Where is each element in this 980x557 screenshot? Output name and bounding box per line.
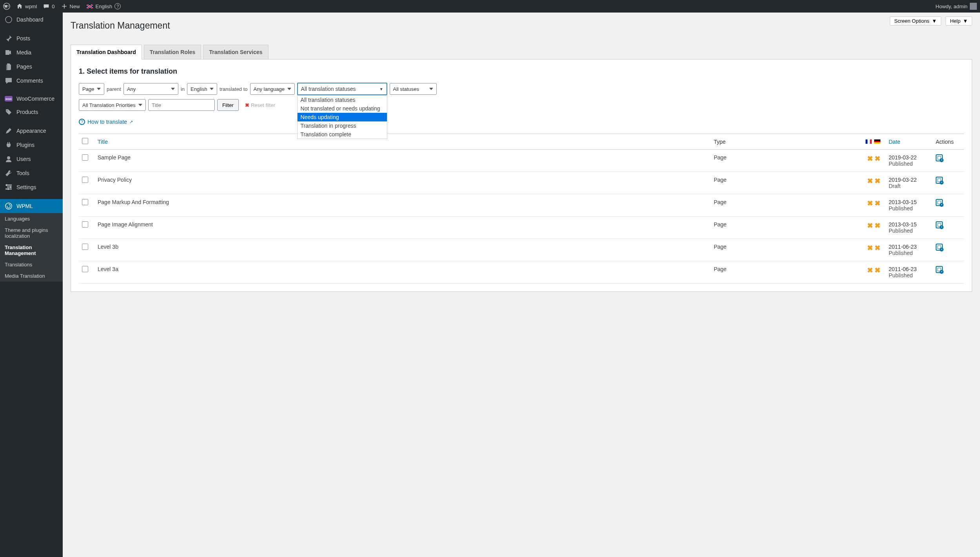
col-type: Type <box>711 134 862 150</box>
status-option[interactable]: Needs updating <box>298 113 387 121</box>
fr-translation-status-icon[interactable]: ✖ <box>866 222 874 230</box>
sidebar-item-comments[interactable]: Comments <box>0 74 63 88</box>
row-checkbox[interactable] <box>82 244 88 250</box>
row-status: Published <box>889 250 929 256</box>
fr-translation-status-icon[interactable]: ✖ <box>866 177 874 185</box>
row-date: 2013-03-15 <box>889 221 929 228</box>
de-translation-status-icon[interactable]: ✖ <box>874 199 881 207</box>
pin-icon <box>5 34 13 42</box>
row-checkbox[interactable] <box>82 221 88 228</box>
row-date: 2019-03-22 <box>889 154 929 161</box>
language-switcher[interactable]: English ? <box>86 3 121 9</box>
sidebar-item-woocommerce[interactable]: woo WooCommerce <box>0 92 63 105</box>
tab-translation-dashboard[interactable]: Translation Dashboard <box>71 45 142 60</box>
help-circle-icon: ? <box>114 3 121 9</box>
comments-link[interactable]: 0 <box>43 3 54 9</box>
sidebar-item-tools[interactable]: Tools <box>0 166 63 180</box>
status-option[interactable]: Translation in progress <box>298 121 387 130</box>
screen-options-button[interactable]: Screen Options ▼ <box>890 16 941 25</box>
new-content-link[interactable]: New <box>61 3 80 9</box>
de-translation-status-icon[interactable]: ✖ <box>874 266 881 274</box>
sidebar-sub-languages[interactable]: Languages <box>0 213 63 224</box>
fr-translation-status-icon[interactable]: ✖ <box>866 244 874 252</box>
fr-translation-status-icon[interactable]: ✖ <box>866 155 874 163</box>
wp-logo-icon[interactable] <box>3 3 10 10</box>
post-type-select[interactable]: Page <box>79 83 104 95</box>
greeting-text: Howdy, admin <box>936 4 967 9</box>
status-option[interactable]: Not translated or needs updating <box>298 104 387 113</box>
sidebar-item-users[interactable]: Users <box>0 152 63 166</box>
title-search-input[interactable] <box>148 99 215 111</box>
how-to-translate-link[interactable]: ? How to translate ↗ <box>79 119 133 125</box>
row-checkbox[interactable] <box>82 199 88 205</box>
fr-translation-status-icon[interactable]: ✖ <box>866 266 874 274</box>
settings-icon <box>5 183 13 191</box>
sidebar-item-products[interactable]: Products <box>0 105 63 119</box>
row-type: Page <box>711 194 862 217</box>
de-translation-status-icon[interactable]: ✖ <box>874 155 881 163</box>
source-language-select[interactable]: English <box>187 83 217 95</box>
select-all-checkbox[interactable] <box>82 138 88 144</box>
priority-select[interactable]: All Translation Priorities <box>79 99 146 111</box>
filter-button[interactable]: Filter <box>217 99 239 111</box>
publish-status-select[interactable]: All statuses <box>390 83 437 95</box>
chevron-down-icon: ▼ <box>376 87 387 91</box>
tools-icon <box>5 169 13 177</box>
sidebar-item-label: Comments <box>16 78 43 84</box>
de-translation-status-icon[interactable]: ✖ <box>874 177 881 185</box>
sidebar-item-dashboard[interactable]: Dashboard <box>0 13 63 27</box>
woo-icon: woo <box>5 96 13 101</box>
row-title: Level 3a <box>94 261 711 284</box>
tab-translation-roles[interactable]: Translation Roles <box>144 45 201 60</box>
sidebar-sub-theme-plugins[interactable]: Theme and plugins localization <box>0 224 63 242</box>
sidebar-item-label: Users <box>16 156 31 162</box>
add-translation-button[interactable] <box>936 154 943 161</box>
row-checkbox[interactable] <box>82 266 88 272</box>
pages-icon <box>5 63 13 71</box>
sidebar-sub-translation-management[interactable]: Translation Management <box>0 242 63 259</box>
de-translation-status-icon[interactable]: ✖ <box>874 244 881 252</box>
sidebar-item-settings[interactable]: Settings <box>0 180 63 194</box>
row-status: Published <box>889 272 929 278</box>
sidebar-item-media[interactable]: Media <box>0 45 63 60</box>
sidebar-item-wpml[interactable]: WPML <box>0 199 63 213</box>
reset-filter-link[interactable]: ✖ Reset filter <box>245 102 275 108</box>
sidebar-item-label: WPML <box>16 203 33 209</box>
chevron-down-icon: ▼ <box>963 18 968 24</box>
sidebar-sub-media-translation[interactable]: Media Translation <box>0 270 63 282</box>
row-title: Page Image Alignment <box>94 217 711 239</box>
row-checkbox[interactable] <box>82 154 88 161</box>
fr-translation-status-icon[interactable]: ✖ <box>866 199 874 207</box>
sidebar-item-label: Tools <box>16 170 29 176</box>
help-button[interactable]: Help ▼ <box>946 16 972 25</box>
row-title: Level 3b <box>94 239 711 261</box>
sidebar-item-pages[interactable]: Pages <box>0 60 63 74</box>
site-home-link[interactable]: wpml <box>16 3 37 9</box>
col-title[interactable]: Title <box>94 134 711 150</box>
parent-select[interactable]: Any <box>123 83 178 95</box>
translated-to-label: translated to <box>220 86 248 92</box>
col-date[interactable]: Date <box>886 134 933 150</box>
add-translation-button[interactable] <box>936 177 943 184</box>
user-greeting[interactable]: Howdy, admin <box>936 3 977 10</box>
translation-status-dropdown[interactable]: All translation statuses ▼ All translati… <box>297 83 387 95</box>
comment-icon <box>5 77 13 85</box>
add-translation-button[interactable] <box>936 244 943 251</box>
add-translation-button[interactable] <box>936 199 943 206</box>
add-translation-button[interactable] <box>936 266 943 273</box>
add-translation-button[interactable] <box>936 221 943 228</box>
svg-rect-12 <box>938 201 941 204</box>
main-content: Screen Options ▼ Help ▼ Translation Mana… <box>63 13 980 557</box>
section-heading: 1. Select items for translation <box>79 67 964 76</box>
col-flags <box>862 134 886 150</box>
status-option[interactable]: Translation complete <box>298 130 387 139</box>
de-translation-status-icon[interactable]: ✖ <box>874 222 881 230</box>
sidebar-item-appearance[interactable]: Appearance <box>0 124 63 138</box>
sidebar-item-plugins[interactable]: Plugins <box>0 138 63 152</box>
target-language-select[interactable]: Any language <box>250 83 295 95</box>
tab-translation-services[interactable]: Translation Services <box>203 45 268 60</box>
status-option[interactable]: All translation statuses <box>298 96 387 104</box>
sidebar-sub-translations[interactable]: Translations <box>0 259 63 270</box>
sidebar-item-posts[interactable]: Posts <box>0 31 63 45</box>
row-checkbox[interactable] <box>82 177 88 183</box>
